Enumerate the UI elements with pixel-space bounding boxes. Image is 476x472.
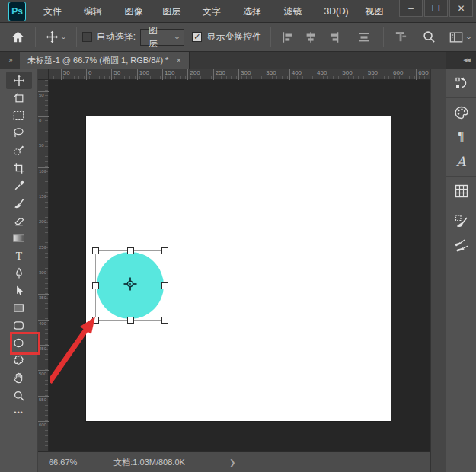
custom-shape-tool[interactable]	[6, 352, 32, 369]
rounded-rectangle-tool[interactable]	[6, 317, 32, 334]
ruler-tick	[187, 69, 188, 80]
zoom-level-field[interactable]: 66.67%	[49, 458, 77, 467]
collapse-panels-right-icon[interactable]: ◀◀	[446, 52, 476, 69]
status-expand-icon[interactable]: ❯	[229, 458, 235, 467]
window-controls: –❒✕	[398, 0, 476, 17]
ruler-tick	[38, 218, 49, 218]
transform-handle-bottom-left[interactable]	[92, 317, 99, 324]
move-tool[interactable]	[6, 72, 32, 89]
transform-handle-top-left[interactable]	[92, 247, 99, 254]
path-select-tool[interactable]	[6, 282, 32, 299]
history-panel-icon[interactable]	[452, 74, 471, 92]
search-icon[interactable]	[417, 26, 441, 49]
transform-handle-top-center[interactable]	[127, 247, 134, 254]
brushes-panel-icon[interactable]	[452, 236, 471, 254]
document-canvas[interactable]	[86, 116, 391, 421]
separator	[35, 27, 36, 47]
align-right-button[interactable]	[322, 26, 345, 49]
menu-图像I[interactable]: 图像(I)	[116, 0, 154, 23]
ruler-tick	[38, 294, 49, 295]
ruler-tick	[137, 69, 138, 80]
ruler-label: 50	[113, 69, 120, 76]
ruler-label: 300	[39, 270, 46, 275]
crop-tool[interactable]	[6, 159, 32, 177]
frame-tool[interactable]	[6, 89, 32, 107]
type-tool[interactable]: T	[6, 247, 32, 264]
reference-point-icon[interactable]	[122, 276, 139, 295]
transform-handle-middle-left[interactable]	[92, 282, 99, 289]
menu-视图V[interactable]: 视图(V)	[357, 0, 398, 23]
chevron-down-icon: ⌄	[173, 33, 180, 40]
ruler-label: 50	[39, 93, 44, 97]
color-panel-icon[interactable]	[452, 104, 471, 122]
ruler-tick	[213, 69, 214, 80]
document-tab-title: 未标题-1 @ 66.7% (椭圆 1, RGB/8#) *	[27, 55, 168, 66]
move-tool-preset[interactable]: ⌄	[41, 26, 71, 49]
lasso-tool[interactable]	[6, 124, 32, 142]
menu-编辑E[interactable]: 编辑(E)	[75, 0, 116, 23]
character-panel-icon[interactable]: A	[452, 152, 471, 171]
tools-panel: T•••	[0, 69, 38, 472]
maximize-button[interactable]: ❒	[424, 0, 448, 17]
gradient-tool[interactable]	[6, 229, 32, 247]
eyedropper-tool[interactable]	[6, 177, 32, 194]
canvas-workspace[interactable]	[50, 80, 430, 451]
transform-handle-top-right[interactable]	[161, 247, 168, 254]
zoom-tool[interactable]	[6, 387, 32, 404]
marquee-tool[interactable]	[6, 107, 32, 124]
pen-tool[interactable]	[6, 264, 32, 282]
ruler-tick	[38, 345, 49, 346]
3d-mode-button[interactable]	[389, 26, 413, 49]
ellipse-tool[interactable]	[6, 334, 32, 352]
hand-tool[interactable]	[6, 369, 32, 387]
menu-滤镜T[interactable]: 滤镜(T)	[276, 0, 316, 23]
brush-settings-panel-icon[interactable]	[452, 212, 471, 230]
align-left-button[interactable]	[276, 26, 299, 49]
home-button[interactable]	[6, 26, 30, 49]
ruler-label: 550	[39, 397, 46, 402]
align-center-button[interactable]	[299, 26, 322, 49]
rectangle-tool[interactable]	[6, 299, 32, 317]
distribute-button[interactable]	[353, 26, 375, 49]
paragraph-panel-icon[interactable]: ¶	[452, 128, 471, 146]
svg-text:T: T	[15, 250, 22, 261]
ruler-tick	[38, 167, 49, 168]
more-tools-icon[interactable]: •••	[14, 409, 23, 416]
tab-close-icon[interactable]: ×	[176, 56, 180, 65]
tab-bar-filler	[190, 52, 446, 69]
ruler-label: 400	[39, 321, 46, 326]
menu-选择S[interactable]: 选择(S)	[235, 0, 275, 23]
ruler-tick	[38, 91, 49, 92]
auto-select-checkbox[interactable]	[82, 32, 92, 42]
ruler-tick	[238, 69, 239, 80]
transform-handle-bottom-right[interactable]	[161, 317, 168, 324]
grid-panel-icon[interactable]	[452, 182, 471, 200]
auto-select-label: 自动选择:	[97, 30, 136, 43]
ruler-tick	[38, 320, 49, 321]
collapse-panels-left-icon[interactable]: »	[0, 52, 20, 69]
horizontal-ruler: 5005010015020025030035040045050055060065…	[38, 69, 430, 80]
workspace-switcher[interactable]: ⌄	[444, 26, 476, 49]
transform-handle-bottom-center[interactable]	[127, 317, 134, 324]
ruler-label: 200	[39, 219, 46, 224]
menu-3DD[interactable]: 3D(D)	[316, 0, 357, 23]
minimize-button[interactable]: –	[399, 0, 423, 17]
close-button[interactable]: ✕	[449, 0, 473, 17]
layer-select-dropdown[interactable]: 图层 ⌄	[140, 29, 184, 46]
quick-selection-tool[interactable]	[6, 142, 32, 159]
menu-文件F[interactable]: 文件(F)	[35, 0, 75, 23]
ruler-label: 150	[39, 194, 46, 199]
brush-tool[interactable]	[6, 194, 32, 212]
eraser-tool[interactable]	[6, 212, 32, 229]
ruler-label: 600	[39, 423, 46, 427]
menu-图层L[interactable]: 图层(L)	[154, 0, 193, 23]
ruler-label: 150	[165, 69, 174, 76]
transform-handle-middle-right[interactable]	[161, 282, 168, 289]
ruler-label: 0	[88, 69, 91, 76]
panel-group	[446, 206, 476, 260]
ruler-tick	[38, 370, 49, 371]
menu-文字Y[interactable]: 文字(Y)	[194, 0, 235, 23]
show-transform-checkbox[interactable]: ✓	[192, 32, 202, 42]
collapsed-panel-dock: ¶A	[446, 69, 476, 472]
document-tab[interactable]: 未标题-1 @ 66.7% (椭圆 1, RGB/8#) * ×	[20, 52, 190, 69]
